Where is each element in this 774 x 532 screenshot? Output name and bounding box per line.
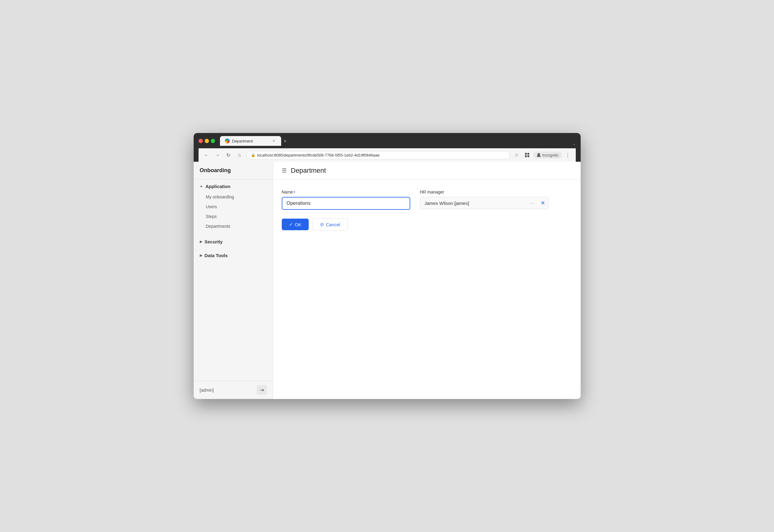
required-indicator: • bbox=[294, 190, 295, 194]
incognito-badge: Incognito bbox=[533, 152, 562, 158]
more-options-button[interactable]: ⋮ bbox=[564, 151, 572, 159]
browser-window: Department ✕ + ⌄ ← → ↻ ⌂ 🔒 localhost:808… bbox=[194, 133, 581, 399]
sidebar-section-label-application: Application bbox=[205, 184, 230, 189]
app-layout: Onboarding ▼ Application My onboarding U… bbox=[194, 162, 581, 399]
logout-button[interactable]: ⇥ bbox=[257, 385, 267, 395]
address-bar[interactable]: 🔒 localhost:8080/departments/9fcde508-77… bbox=[246, 151, 510, 159]
sidebar: Onboarding ▼ Application My onboarding U… bbox=[194, 162, 273, 399]
sidebar-item-my-onboarding[interactable]: My onboarding bbox=[194, 192, 273, 202]
name-label: Name• bbox=[282, 190, 410, 194]
hr-manager-actions: ··· ✕ bbox=[528, 197, 548, 209]
hr-manager-more-button[interactable]: ··· bbox=[528, 198, 538, 208]
ok-button[interactable]: ✓ OK bbox=[282, 219, 309, 230]
maximize-button[interactable] bbox=[211, 139, 215, 143]
browser-toolbar: ← → ↻ ⌂ 🔒 localhost:8080/departments/9fc… bbox=[198, 148, 576, 162]
tab-expand-button[interactable]: ⌄ bbox=[573, 142, 576, 146]
sidebar-section-header-security[interactable]: ▶ Security bbox=[194, 236, 273, 247]
action-row: ✓ OK ⊘ Cancel bbox=[282, 218, 572, 231]
sidebar-item-departments[interactable]: Departments bbox=[194, 221, 273, 231]
bookmark-button[interactable]: ☆ bbox=[513, 151, 521, 159]
svg-rect-0 bbox=[525, 153, 527, 155]
cancel-label: Cancel bbox=[326, 222, 340, 227]
sidebar-section-header-data-tools[interactable]: ▶ Data Tools bbox=[194, 250, 273, 261]
sidebar-section-application: ▼ Application My onboarding Users Steps … bbox=[194, 179, 273, 235]
svg-rect-3 bbox=[528, 155, 529, 157]
chevron-down-icon: ▼ bbox=[200, 185, 203, 188]
traffic-lights bbox=[198, 139, 215, 143]
sidebar-footer: [admin] ⇥ bbox=[194, 381, 273, 399]
sidebar-item-users[interactable]: Users bbox=[194, 202, 273, 212]
sidebar-section-label-data-tools: Data Tools bbox=[205, 253, 228, 258]
extensions-button[interactable] bbox=[523, 151, 532, 159]
url-text: localhost:8080/departments/9fcde508-7768… bbox=[257, 153, 379, 157]
home-button[interactable]: ⌂ bbox=[235, 151, 244, 159]
admin-label: [admin] bbox=[200, 388, 214, 393]
sidebar-section-data-tools: ▶ Data Tools bbox=[194, 249, 273, 262]
active-tab[interactable]: Department ✕ bbox=[220, 136, 281, 146]
main-content: ☰ Department Name• HR manager bbox=[273, 162, 581, 399]
minimize-button[interactable] bbox=[205, 139, 209, 143]
back-button[interactable]: ← bbox=[202, 151, 211, 159]
svg-rect-2 bbox=[525, 155, 527, 157]
refresh-button[interactable]: ↻ bbox=[224, 151, 233, 159]
sidebar-section-label-security: Security bbox=[205, 239, 223, 244]
hr-manager-value: James Wilson [james] bbox=[420, 198, 528, 209]
browser-titlebar: Department ✕ + ⌄ bbox=[198, 136, 576, 146]
page-body: Name• HR manager James Wilson [james] ··… bbox=[273, 180, 581, 399]
form-row: Name• HR manager James Wilson [james] ··… bbox=[282, 190, 572, 210]
sidebar-section-header-application[interactable]: ▼ Application bbox=[194, 181, 273, 192]
browser-chrome: Department ✕ + ⌄ ← → ↻ ⌂ 🔒 localhost:808… bbox=[194, 133, 581, 162]
secure-icon: 🔒 bbox=[251, 153, 255, 157]
incognito-label: Incognito bbox=[543, 153, 559, 157]
sidebar-items-application: My onboarding Users Steps Departments bbox=[194, 192, 273, 234]
close-button[interactable] bbox=[198, 139, 203, 143]
menu-icon[interactable]: ☰ bbox=[282, 167, 287, 174]
sidebar-title: Onboarding bbox=[194, 162, 273, 179]
tab-title: Department bbox=[232, 139, 269, 143]
chevron-right-icon-2: ▶ bbox=[200, 253, 202, 257]
svg-rect-1 bbox=[528, 153, 529, 155]
name-input[interactable] bbox=[282, 197, 410, 210]
chevron-right-icon: ▶ bbox=[200, 240, 202, 244]
toolbar-actions: ☆ Incognito ⋮ bbox=[513, 151, 572, 159]
page-header: ☰ Department bbox=[273, 162, 581, 180]
cancel-icon: ⊘ bbox=[320, 222, 324, 227]
tab-favicon bbox=[225, 139, 230, 143]
new-tab-button[interactable]: + bbox=[281, 137, 289, 146]
logout-icon: ⇥ bbox=[260, 387, 264, 393]
forward-button[interactable]: → bbox=[213, 151, 222, 159]
name-field: Name• bbox=[282, 190, 410, 210]
sidebar-item-steps[interactable]: Steps bbox=[194, 212, 273, 221]
ok-icon: ✓ bbox=[289, 222, 293, 227]
hr-manager-label: HR manager bbox=[420, 190, 549, 194]
tab-close-button[interactable]: ✕ bbox=[271, 139, 276, 143]
hr-manager-input-container: James Wilson [james] ··· ✕ bbox=[420, 197, 549, 209]
page-title: Department bbox=[291, 167, 326, 175]
cancel-button[interactable]: ⊘ Cancel bbox=[312, 218, 348, 231]
ok-label: OK bbox=[295, 222, 302, 227]
tab-bar: Department ✕ + ⌄ bbox=[220, 136, 576, 146]
sidebar-section-security: ▶ Security bbox=[194, 235, 273, 249]
hr-manager-clear-button[interactable]: ✕ bbox=[538, 197, 548, 209]
hr-manager-field: HR manager James Wilson [james] ··· ✕ bbox=[420, 190, 549, 209]
